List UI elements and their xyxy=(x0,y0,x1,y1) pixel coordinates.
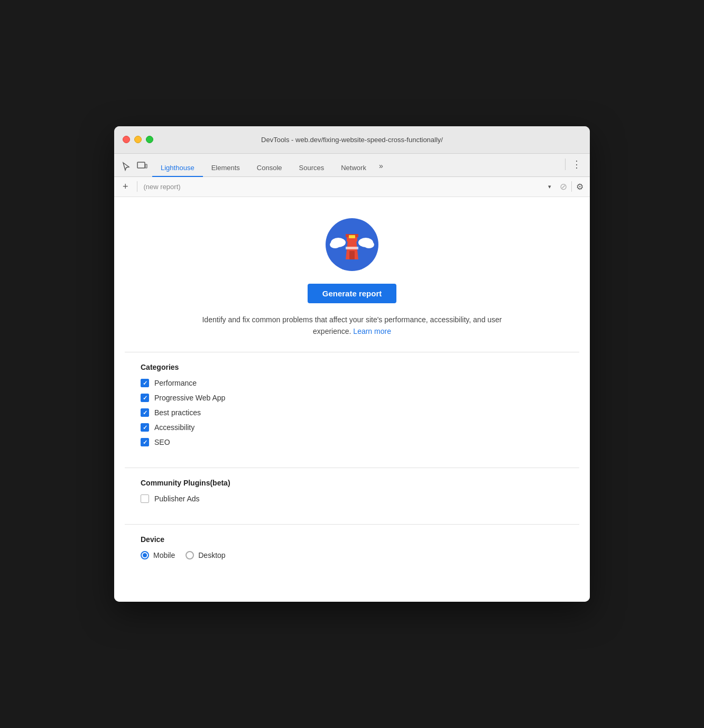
category-pwa-label[interactable]: Progressive Web App xyxy=(154,394,225,402)
device-mobile-radio[interactable] xyxy=(141,551,149,559)
minimize-button[interactable] xyxy=(134,136,142,143)
category-bestpractices-checkbox[interactable] xyxy=(141,408,149,417)
tab-lighthouse[interactable]: Lighthouse xyxy=(152,160,203,177)
device-divider xyxy=(125,524,579,525)
device-desktop-label[interactable]: Desktop xyxy=(198,551,225,559)
svg-point-10 xyxy=(330,241,340,248)
toolbar-right: ⚙ xyxy=(571,181,583,192)
more-menu-button[interactable]: ⋮ xyxy=(570,156,583,172)
devtools-icons xyxy=(121,161,148,176)
generate-report-button[interactable]: Generate report xyxy=(308,284,397,303)
title-bar: DevTools - web.dev/fixing-website-speed-… xyxy=(114,126,590,154)
tab-list: Lighthouse Elements Console Sources Netw… xyxy=(152,157,561,176)
device-mobile-item[interactable]: Mobile xyxy=(141,551,175,559)
learn-more-link[interactable]: Learn more xyxy=(353,327,391,335)
categories-section: Categories Performance Progressive Web A… xyxy=(130,363,574,453)
category-seo-label[interactable]: SEO xyxy=(154,438,170,446)
report-dropdown-button[interactable]: ▾ xyxy=(548,183,551,190)
svg-point-12 xyxy=(364,241,374,248)
close-button[interactable] xyxy=(123,136,130,143)
cancel-report-button[interactable]: ⊘ xyxy=(560,181,567,192)
category-performance-checkbox[interactable] xyxy=(141,379,149,387)
device-desktop-item[interactable]: Desktop xyxy=(186,551,225,559)
category-bestpractices-label[interactable]: Best practices xyxy=(154,408,201,417)
device-radio-group: Mobile Desktop xyxy=(141,551,563,559)
add-report-button[interactable]: + xyxy=(121,181,131,192)
lighthouse-logo xyxy=(326,218,378,271)
maximize-button[interactable] xyxy=(146,136,153,143)
category-performance-label[interactable]: Performance xyxy=(154,379,197,387)
report-label: (new report) xyxy=(144,183,544,191)
category-pwa-item: Progressive Web App xyxy=(141,394,563,402)
category-seo-item: SEO xyxy=(141,438,563,446)
device-desktop-radio[interactable] xyxy=(186,551,194,559)
devtools-window: DevTools - web.dev/fixing-website-speed-… xyxy=(114,126,590,602)
toolbar-right-divider xyxy=(571,181,572,192)
traffic-lights xyxy=(123,136,153,143)
tab-network[interactable]: Network xyxy=(332,160,375,177)
window-title: DevTools - web.dev/fixing-website-speed-… xyxy=(261,136,443,144)
plugin-publisher-ads-label[interactable]: Publisher Ads xyxy=(154,494,200,503)
settings-button[interactable]: ⚙ xyxy=(576,182,583,192)
community-plugins-title: Community Plugins(beta) xyxy=(141,479,563,487)
plugin-publisher-ads-item: Publisher Ads xyxy=(141,494,563,503)
device-title: Device xyxy=(141,535,563,544)
tab-console[interactable]: Console xyxy=(248,160,291,177)
tab-overflow-button[interactable]: » xyxy=(375,157,387,174)
tab-bar: Lighthouse Elements Console Sources Netw… xyxy=(114,154,590,177)
category-performance-item: Performance xyxy=(141,379,563,387)
svg-rect-7 xyxy=(349,251,355,259)
toolbar-divider xyxy=(137,181,137,192)
community-plugins-section: Community Plugins(beta) Publisher Ads xyxy=(130,479,574,509)
cursor-icon[interactable] xyxy=(121,161,132,172)
category-accessibility-checkbox[interactable] xyxy=(141,423,149,432)
toolbar: + (new report) ▾ ⊘ ⚙ xyxy=(114,177,590,197)
category-accessibility-label[interactable]: Accessibility xyxy=(154,423,194,432)
svg-rect-1 xyxy=(145,164,147,168)
category-accessibility-item: Accessibility xyxy=(141,423,563,432)
description-text: Identify and fix common problems that af… xyxy=(199,314,505,338)
category-pwa-checkbox[interactable] xyxy=(141,394,149,402)
category-bestpractices-item: Best practices xyxy=(141,408,563,417)
category-seo-checkbox[interactable] xyxy=(141,438,149,446)
plugin-publisher-ads-checkbox[interactable] xyxy=(141,494,149,503)
tab-elements[interactable]: Elements xyxy=(203,160,248,177)
svg-rect-6 xyxy=(349,235,355,238)
main-content: Generate report Identify and fix common … xyxy=(114,197,590,602)
categories-title: Categories xyxy=(141,363,563,371)
plugins-divider xyxy=(125,468,579,468)
device-section: Device Mobile Desktop xyxy=(130,535,574,559)
svg-rect-8 xyxy=(346,247,358,249)
tab-sources[interactable]: Sources xyxy=(291,160,333,177)
device-mobile-label[interactable]: Mobile xyxy=(153,551,175,559)
tab-bar-right: ⋮ xyxy=(561,156,583,176)
categories-divider xyxy=(125,352,579,352)
svg-rect-0 xyxy=(137,162,145,168)
responsive-icon[interactable] xyxy=(136,161,148,172)
